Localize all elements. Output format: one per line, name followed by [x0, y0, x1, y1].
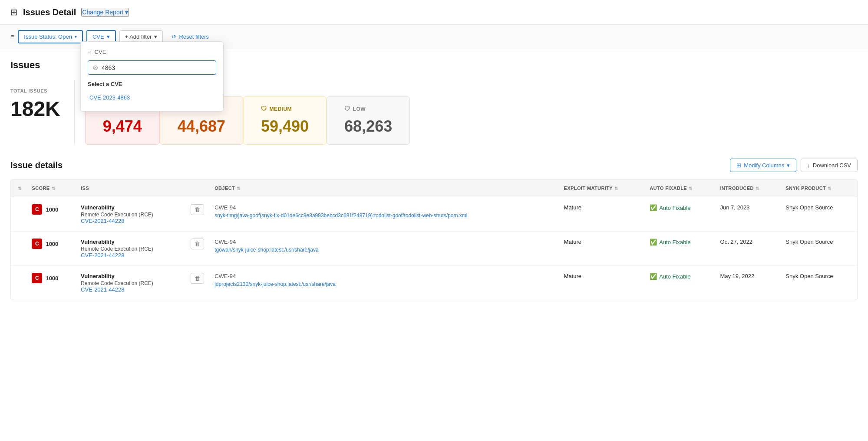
table-row: C 1000 Vulnerability Remote Code Executi…	[11, 232, 857, 266]
reset-filters-button[interactable]: ↺ Reset filters	[166, 31, 214, 43]
object-cell: CWE-94 snyk-timg/java-goof(snyk-fix-d01d…	[209, 197, 558, 232]
cve-link[interactable]: CVE-2021-44228	[81, 218, 180, 224]
total-issues-label: TOTAL ISSUES	[10, 88, 60, 93]
cve-dropdown-panel: ≡ CVE ⊗ Select a CVE CVE-2023-4863	[80, 41, 224, 112]
cve-filter-label: CVE	[92, 33, 104, 40]
snyk-product-cell: Snyk Open Source	[780, 266, 857, 300]
modify-columns-arrow: ▾	[787, 162, 790, 169]
score-cell: C 1000	[26, 197, 76, 232]
introduced-cell: May 19, 2022	[715, 266, 780, 300]
delete-row-button[interactable]: 🗑	[191, 273, 204, 284]
col-auto-fixable[interactable]: AUTO FIXABLE⇅	[644, 179, 715, 197]
clear-search-icon[interactable]: ⊗	[92, 63, 98, 72]
auto-fixable-icon: ✅	[650, 204, 657, 211]
col-exploit-maturity[interactable]: EXPLOIT MATURITY⇅	[559, 179, 645, 197]
auto-fixable-badge: ✅ Auto Fixable	[650, 273, 690, 280]
total-issues-box: TOTAL ISSUES 182K	[10, 80, 75, 145]
reset-icon: ↺	[172, 33, 176, 40]
modify-columns-icon: ⊞	[736, 162, 741, 169]
issue-status-dropdown-arrow: ▾	[75, 34, 77, 39]
high-card-value: 44,687	[178, 117, 225, 136]
issue-cell: Vulnerability Remote Code Execution (RCE…	[76, 266, 185, 300]
issue-type: Vulnerability	[81, 204, 180, 211]
cwe-tag: CWE-94	[215, 239, 236, 245]
download-csv-button[interactable]: ↓ Download CSV	[801, 159, 858, 172]
modify-columns-button[interactable]: ⊞ Modify Columns ▾	[730, 159, 796, 172]
medium-card-value: 59,490	[261, 117, 309, 136]
issue-name: Remote Code Execution (RCE)	[81, 280, 180, 286]
add-filter-arrow: ▾	[154, 33, 157, 40]
project-link[interactable]: tgowan/snyk-juice-shop:latest:/usr/share…	[215, 247, 553, 253]
change-report-button[interactable]: Change Report ▾	[81, 8, 129, 17]
drag-handle-cell	[11, 266, 26, 300]
medium-shield-icon: 🛡	[261, 106, 267, 112]
issue-type: Vulnerability	[81, 273, 180, 279]
introduced-cell: Jun 7, 2023	[715, 197, 780, 232]
critical-card-value: 9,474	[103, 117, 142, 136]
issues-table: ⇅ SCORE⇅ ISS OBJECT⇅ EXPLOIT MATURITY⇅ A…	[11, 179, 857, 300]
cwe-tag: CWE-94	[215, 204, 236, 211]
cve-link[interactable]: CVE-2021-44228	[81, 252, 180, 259]
col-snyk-product[interactable]: SNYK PRODUCT⇅	[780, 179, 857, 197]
issue-cell: Vulnerability Remote Code Execution (RCE…	[76, 197, 185, 232]
project-link[interactable]: jdprojects2130/snyk-juice-shop:latest:/u…	[215, 281, 553, 287]
exploit-maturity-cell: Mature	[559, 197, 645, 232]
low-severity-card: 🛡 LOW 68,263	[327, 96, 410, 145]
filter-toggle-icon[interactable]: ≡	[10, 33, 14, 41]
table-header: ⇅ SCORE⇅ ISS OBJECT⇅ EXPLOIT MATURITY⇅ A…	[11, 179, 857, 197]
auto-fixable-badge: ✅ Auto Fixable	[650, 239, 690, 245]
col-delete	[185, 179, 209, 197]
cve-link[interactable]: CVE-2021-44228	[81, 286, 180, 293]
auto-fixable-cell: ✅ Auto Fixable	[644, 197, 715, 232]
col-issue[interactable]: ISS	[76, 179, 185, 197]
issue-status-filter-button[interactable]: Issue Status: Open ▾	[18, 30, 83, 43]
issue-name: Remote Code Execution (RCE)	[81, 246, 180, 252]
issue-details-header: Issue details ⊞ Modify Columns ▾ ↓ Downl…	[10, 159, 858, 172]
introduced-cell: Oct 27, 2022	[715, 232, 780, 266]
table-row: C 1000 Vulnerability Remote Code Executi…	[11, 197, 857, 232]
snyk-product-cell: Snyk Open Source	[780, 197, 857, 232]
delete-cell: 🗑	[185, 232, 209, 266]
cve-select-label: Select a CVE	[88, 81, 216, 87]
snyk-product-cell: Snyk Open Source	[780, 232, 857, 266]
cve-dropdown-header: ≡ CVE	[88, 49, 216, 55]
cwe-tag: CWE-94	[215, 273, 236, 279]
total-issues-value: 182K	[10, 97, 60, 121]
object-cell: CWE-94 jdprojects2130/snyk-juice-shop:la…	[209, 266, 558, 300]
delete-row-button[interactable]: 🗑	[191, 204, 204, 215]
issue-type: Vulnerability	[81, 239, 180, 245]
project-link[interactable]: snyk-timg/java-goof(snyk-fix-d01de6cc8e8…	[215, 212, 553, 219]
col-drag: ⇅	[11, 179, 26, 197]
col-introduced[interactable]: INTRODUCED⇅	[715, 179, 780, 197]
auto-fixable-icon: ✅	[650, 239, 657, 245]
app-icon: ⊞	[10, 7, 18, 17]
auto-fixable-badge: ✅ Auto Fixable	[650, 204, 690, 211]
object-cell: CWE-94 tgowan/snyk-juice-shop:latest:/us…	[209, 232, 558, 266]
table-body: C 1000 Vulnerability Remote Code Executi…	[11, 197, 857, 300]
cve-search-input[interactable]	[102, 64, 211, 71]
col-object[interactable]: OBJECT⇅	[209, 179, 558, 197]
issue-name: Remote Code Execution (RCE)	[81, 212, 180, 218]
page-header: ⊞ Issues Detail Change Report ▾	[0, 0, 868, 25]
col-score[interactable]: SCORE⇅	[26, 179, 76, 197]
score-value: 1000	[46, 275, 58, 282]
issue-cell: Vulnerability Remote Code Execution (RCE…	[76, 232, 185, 266]
delete-row-button[interactable]: 🗑	[191, 239, 204, 249]
auto-fixable-cell: ✅ Auto Fixable	[644, 232, 715, 266]
score-cell: C 1000	[26, 266, 76, 300]
cve-option-item[interactable]: CVE-2023-4863	[88, 91, 216, 104]
severity-badge: C	[32, 239, 42, 249]
cve-search-box[interactable]: ⊗	[88, 60, 216, 75]
score-value: 1000	[46, 241, 58, 247]
issue-details-title: Issue details	[10, 160, 63, 170]
table-row: C 1000 Vulnerability Remote Code Executi…	[11, 266, 857, 300]
medium-severity-card: 🛡 MEDIUM 59,490	[243, 96, 327, 145]
severity-badge: C	[32, 204, 42, 215]
download-icon: ↓	[807, 162, 810, 169]
dropdown-filter-icon: ≡	[88, 49, 91, 55]
drag-handle-cell	[11, 197, 26, 232]
score-cell: C 1000	[26, 232, 76, 266]
low-card-header: 🛡 LOW	[344, 106, 392, 112]
severity-badge: C	[32, 273, 42, 283]
issue-status-label: Issue Status: Open	[24, 33, 72, 40]
